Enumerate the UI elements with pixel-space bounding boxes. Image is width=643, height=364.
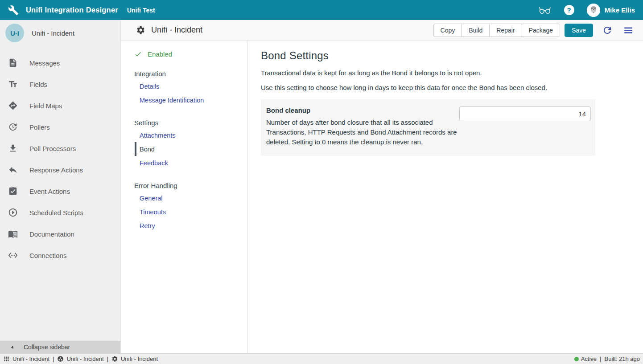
text-fields-icon	[8, 79, 18, 89]
sidebar-item-label: Documentation	[29, 230, 74, 238]
nav-link-general[interactable]: General	[140, 191, 247, 205]
build-button[interactable]: Build	[462, 24, 490, 37]
nav-section-title: Integration	[134, 70, 247, 78]
app-title: Unifi Integration Designer	[26, 6, 118, 14]
document-icon	[8, 58, 18, 68]
nav-section-integration: Integration Details Message Identificati…	[134, 70, 247, 107]
environment-title: Unifi Test	[127, 7, 155, 14]
refresh-icon	[602, 25, 613, 36]
sidebar-item-label: Response Actions	[29, 166, 83, 174]
collapse-arrow-icon	[10, 345, 15, 350]
save-button[interactable]: Save	[565, 24, 593, 37]
action-button-group: Copy Build Repair Package	[433, 24, 561, 37]
sidebar-item-label: Messages	[29, 59, 60, 67]
topbar: Unifi Integration Designer Unifi Test ?	[0, 0, 643, 20]
active-status-label: Active	[581, 356, 597, 362]
statusbar-item-label: Unifi - Incident	[121, 356, 158, 362]
username: Mike Ellis	[605, 6, 635, 14]
update-clock-icon	[8, 122, 18, 132]
enabled-label: Enabled	[148, 50, 172, 58]
package-button[interactable]: Package	[522, 24, 560, 37]
directions-icon	[8, 101, 18, 110]
sidebar-item-label: Event Actions	[29, 188, 70, 195]
avatar	[587, 4, 600, 17]
glasses-icon	[538, 5, 552, 16]
integration-subnav: Enabled Integration Details Message Iden…	[121, 41, 247, 353]
statusbar-separator: |	[600, 356, 601, 362]
overflow-menu-button[interactable]	[622, 25, 634, 36]
content-area: Unifi - Incident Copy Build Repair Packa…	[121, 20, 643, 353]
integration-initials-badge: U-I	[5, 24, 24, 42]
gear-icon	[111, 356, 118, 362]
active-status-dot	[574, 357, 579, 361]
refresh-button[interactable]	[602, 25, 613, 36]
user-face-icon	[587, 4, 600, 17]
nav-section-settings: Settings Attachments Bond Feedback	[134, 119, 247, 170]
sidebar-item-response-actions[interactable]: Response Actions	[0, 159, 120, 180]
sidebar-item-scheduled-scripts[interactable]: Scheduled Scripts	[0, 202, 120, 223]
main-panel: Bond Settings Transactional data is kept…	[247, 41, 643, 353]
sidebar-item-label: Poll Processors	[29, 145, 76, 152]
statusbar-item-settings[interactable]: Unifi - Incident	[111, 356, 158, 362]
repair-button[interactable]: Repair	[489, 24, 522, 37]
statusbar-item-label: Unifi - Incident	[66, 356, 103, 362]
nav-section-error-handling: Error Handling General Timeouts Retry	[134, 182, 247, 233]
help-icon: ?	[564, 5, 574, 15]
nav-link-feedback[interactable]: Feedback	[140, 156, 247, 170]
user-menu[interactable]: Mike Ellis	[587, 4, 635, 17]
bond-cleanup-label: Bond cleanup	[266, 106, 459, 114]
nav-link-bond[interactable]: Bond	[135, 142, 247, 156]
statusbar-item-label: Unifi - Incident	[12, 356, 49, 362]
sidebar-item-label: Pollers	[29, 123, 50, 131]
sidebar-item-pollers[interactable]: Pollers	[0, 116, 120, 138]
nav-link-message-identification[interactable]: Message Identification	[140, 93, 247, 107]
sidebar-item-label: Fields	[29, 81, 47, 88]
view-toggle-button[interactable]	[538, 5, 564, 16]
wrench-logo-icon	[8, 5, 19, 16]
sidebar-item-fields[interactable]: Fields	[0, 74, 120, 95]
sidebar: U-I Unifi - Incident Messages Fields Fie…	[0, 20, 121, 353]
statusbar-separator: |	[107, 356, 108, 362]
page-title: Bond Settings	[261, 49, 630, 62]
page-integration-title: Unifi - Incident	[151, 25, 202, 35]
sidebar-item-connections[interactable]: Connections	[0, 245, 120, 266]
collapse-sidebar-button[interactable]: Collapse sidebar	[0, 341, 120, 353]
integration-name: Unifi - Incident	[32, 29, 74, 37]
help-button[interactable]: ?	[564, 5, 587, 15]
nav-link-attachments[interactable]: Attachments	[140, 128, 247, 142]
gear-icon	[136, 25, 145, 35]
nav-link-details[interactable]: Details	[140, 79, 247, 93]
nav-link-retry[interactable]: Retry	[140, 219, 247, 233]
built-label: Built: 21h ago	[604, 356, 640, 362]
integration-header-bar: Unifi - Incident Copy Build Repair Packa…	[121, 20, 643, 41]
sidebar-item-documentation[interactable]: Documentation	[0, 223, 120, 245]
copy-button[interactable]: Copy	[433, 24, 462, 37]
ethernet-brackets-icon	[8, 250, 18, 260]
bond-cleanup-input[interactable]	[459, 106, 591, 121]
sidebar-item-messages[interactable]: Messages	[0, 52, 120, 74]
statusbar: Unifi - Incident | Unifi - Incident | Un…	[0, 353, 643, 364]
enabled-status[interactable]: Enabled	[134, 50, 172, 58]
sidebar-item-field-maps[interactable]: Field Maps	[0, 95, 120, 116]
nav-section-title: Error Handling	[134, 182, 247, 189]
description-line-1: Transactional data is kept for as long a…	[261, 69, 630, 77]
sidebar-integration-header[interactable]: U-I Unifi - Incident	[0, 20, 120, 47]
book-icon	[8, 229, 18, 239]
apps-grid-icon	[3, 356, 10, 362]
group-work-icon	[57, 356, 64, 362]
sidebar-menu: Messages Fields Field Maps Pollers Poll …	[0, 52, 120, 266]
sidebar-item-poll-processors[interactable]: Poll Processors	[0, 138, 120, 159]
reply-icon	[8, 165, 18, 175]
check-icon	[134, 50, 142, 58]
bond-cleanup-description: Number of days after bond closure that a…	[266, 118, 459, 147]
content-body: Enabled Integration Details Message Iden…	[121, 41, 643, 353]
hamburger-menu-icon	[622, 25, 634, 36]
statusbar-separator: |	[53, 356, 54, 362]
sidebar-item-label: Field Maps	[29, 102, 62, 110]
statusbar-item-group[interactable]: Unifi - Incident	[57, 356, 103, 362]
statusbar-item-grid[interactable]: Unifi - Incident	[3, 356, 49, 362]
nav-link-timeouts[interactable]: Timeouts	[140, 205, 247, 219]
unifi-integration-designer-app: Unifi Integration Designer Unifi Test ?	[0, 0, 643, 364]
nav-section-title: Settings	[134, 119, 247, 127]
sidebar-item-event-actions[interactable]: Event Actions	[0, 180, 120, 202]
